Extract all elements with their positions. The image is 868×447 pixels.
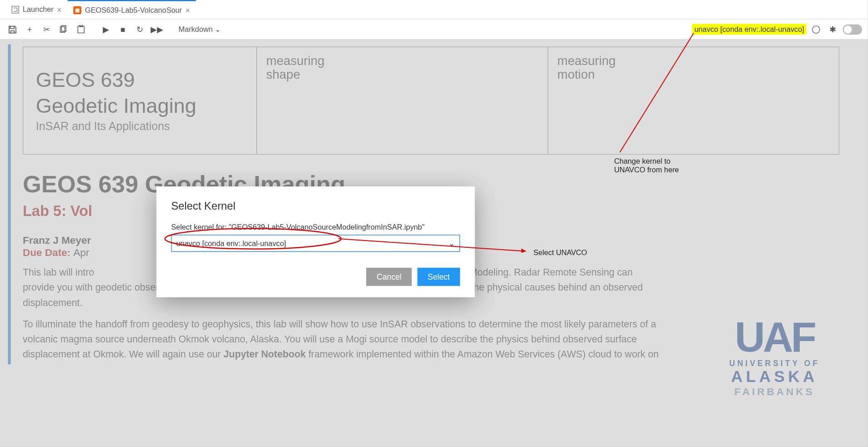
kernel-select-value: unavco [conda env:.local-unavco] [177, 239, 286, 248]
banner-course-code: GEOS 639 [36, 68, 244, 92]
notebook-toolbar: + ✂ ▶ ■ ↻ ▶▶ Markdown ⌄ unavco [conda en… [0, 20, 868, 40]
kernel-name[interactable]: unavco [conda env:.local-unavco] [692, 24, 806, 35]
launcher-icon [11, 5, 20, 14]
banner-col2-label: measuringmotion [557, 54, 830, 81]
tab-label: GEOS639-Lab5-VolcanoSour [85, 6, 182, 15]
dialog-title: Select Kernel [171, 200, 460, 213]
banner-subtitle: InSAR and Its Applications [36, 120, 244, 133]
debug-toggle[interactable] [843, 24, 863, 35]
banner-course-title: Geodetic Imaging [36, 94, 244, 116]
select-button[interactable]: Select [418, 268, 460, 286]
annotation-change-kernel: Change kernel toUNAVCO from here [614, 157, 679, 174]
select-kernel-dialog: Select Kernel Select kernel for: "GEOS63… [156, 186, 475, 297]
close-icon[interactable]: × [57, 5, 61, 14]
tab-label: Launcher [23, 5, 54, 14]
chevron-down-icon: ⌄ [215, 25, 221, 34]
svg-rect-0 [12, 6, 19, 13]
svg-rect-3 [78, 26, 84, 33]
stop-icon[interactable]: ■ [116, 22, 130, 36]
cut-icon[interactable]: ✂ [40, 22, 54, 36]
annotation-select-unavco: Select UNAVCO [534, 248, 587, 257]
cell-type-label: Markdown [179, 25, 213, 34]
banner-col1-label: measuringshape [266, 54, 539, 81]
close-icon[interactable]: × [185, 5, 190, 15]
course-banner: GEOS 639 Geodetic Imaging InSAR and Its … [23, 47, 839, 155]
tab-bar: Launcher × ▣ GEOS639-Lab5-VolcanoSour × [0, 0, 868, 20]
cell-type-dropdown[interactable]: Markdown ⌄ [175, 25, 225, 34]
run-all-icon[interactable]: ▶▶ [150, 22, 164, 36]
debug-icon[interactable]: ✱ [826, 22, 839, 36]
add-cell-icon[interactable]: + [23, 22, 36, 36]
intro-paragraph-2: To illuminate the handoff from geodesy t… [23, 317, 660, 362]
copy-icon[interactable] [57, 22, 71, 36]
tab-launcher[interactable]: Launcher × [6, 0, 68, 19]
uaf-logo: UAF UNIVERSITY OF ALASKA FAIRBANKS [718, 318, 832, 397]
tab-notebook[interactable]: ▣ GEOS639-Lab5-VolcanoSour × [68, 0, 196, 19]
chevron-down-icon: ⌄ [449, 239, 455, 248]
run-icon[interactable]: ▶ [99, 22, 113, 36]
paste-icon[interactable] [74, 22, 88, 36]
kernel-status-icon [812, 25, 820, 34]
restart-icon[interactable]: ↻ [133, 22, 147, 36]
dialog-description: Select kernel for: "GEOS639-Lab5-Volcano… [171, 223, 460, 231]
save-icon[interactable] [6, 22, 20, 36]
cancel-button[interactable]: Cancel [367, 268, 412, 286]
notebook-icon: ▣ [74, 6, 82, 14]
kernel-select-dropdown[interactable]: unavco [conda env:.local-unavco] ⌄ [171, 235, 460, 252]
